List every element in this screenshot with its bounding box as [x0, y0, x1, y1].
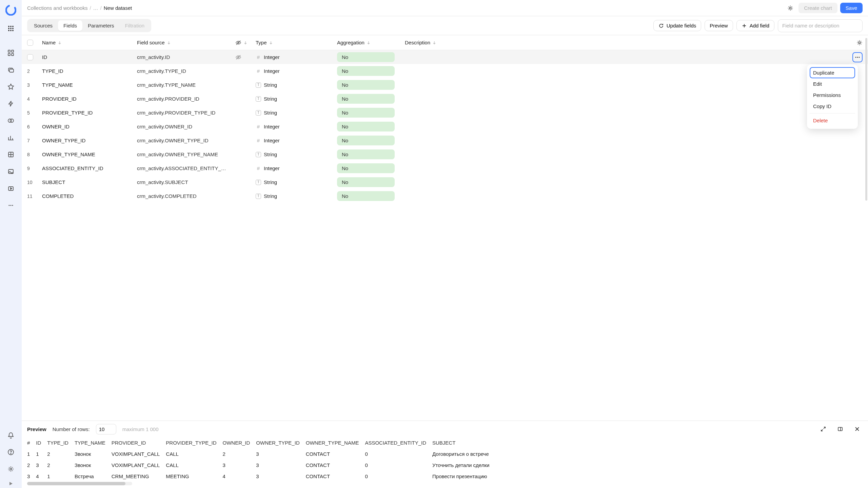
field-type[interactable]: TString: [256, 82, 337, 88]
settings-icon[interactable]: [4, 462, 18, 476]
field-type[interactable]: TString: [256, 193, 337, 199]
svg-point-3: [12, 26, 14, 27]
rings-icon[interactable]: [4, 114, 18, 127]
aggregation-pill[interactable]: No: [337, 66, 395, 76]
dashboard-icon[interactable]: [4, 46, 18, 60]
row-checkbox[interactable]: [27, 54, 33, 60]
field-row[interactable]: 3TYPE_NAMEcrm_activity.TYPE_NAMETStringN…: [22, 78, 868, 92]
col-description[interactable]: Description: [405, 40, 430, 45]
svg-point-4: [8, 28, 9, 29]
aggregation-pill[interactable]: No: [337, 163, 395, 173]
menu-duplicate[interactable]: Duplicate: [810, 67, 855, 78]
menu-edit[interactable]: Edit: [810, 78, 855, 89]
star-icon[interactable]: [4, 80, 18, 94]
aggregation-pill[interactable]: No: [337, 177, 395, 187]
field-row[interactable]: 6OWNER_IDcrm_activity.OWNER_ID#IntegerNo: [22, 120, 868, 134]
field-row[interactable]: 8OWNER_TYPE_NAMEcrm_activity.OWNER_TYPE_…: [22, 147, 868, 161]
preview-col-header: OWNER_TYPE_ID: [256, 437, 305, 448]
field-type[interactable]: TString: [256, 179, 337, 185]
save-button[interactable]: Save: [840, 3, 863, 13]
preview-cell: 2: [47, 460, 75, 471]
logo[interactable]: [5, 4, 17, 16]
col-source[interactable]: Field source: [137, 40, 165, 45]
menu-permissions[interactable]: Permissions: [810, 89, 855, 101]
bolt-icon[interactable]: [4, 97, 18, 110]
field-row[interactable]: 7OWNER_TYPE_IDcrm_activity.OWNER_TYPE_ID…: [22, 134, 868, 147]
field-row[interactable]: 10SUBJECTcrm_activity.SUBJECTTStringNo: [22, 175, 868, 189]
close-icon[interactable]: [852, 424, 863, 434]
eye-off-icon[interactable]: [235, 54, 241, 60]
col-type[interactable]: Type: [256, 40, 267, 45]
field-type[interactable]: #Integer: [256, 54, 337, 60]
breadcrumb-current: New dataset: [104, 5, 132, 11]
aggregation-pill[interactable]: No: [337, 108, 395, 118]
play-icon[interactable]: [0, 479, 22, 488]
more-icon[interactable]: [4, 199, 18, 212]
help-icon[interactable]: [4, 445, 18, 459]
preview-cell: 3: [36, 460, 47, 471]
settings-button[interactable]: [785, 3, 796, 14]
breadcrumb-root[interactable]: Collections and workbooks: [27, 5, 87, 11]
vertical-scrollbar[interactable]: [865, 38, 867, 201]
preview-cell: CONTACT: [306, 471, 365, 482]
aggregation-pill[interactable]: No: [337, 136, 395, 145]
folders-icon[interactable]: [4, 63, 18, 77]
text-icon: T: [256, 152, 261, 157]
image-icon[interactable]: [4, 165, 18, 178]
add-field-button[interactable]: Add field: [736, 20, 774, 31]
row-number: [27, 54, 42, 60]
expand-icon[interactable]: [818, 424, 829, 434]
update-fields-button[interactable]: Update fields: [653, 20, 702, 31]
preview-title: Preview: [27, 426, 46, 432]
field-row[interactable]: 4PROVIDER_IDcrm_activity.PROVIDER_IDTStr…: [22, 92, 868, 106]
field-type[interactable]: #Integer: [256, 138, 337, 143]
preview-button[interactable]: Preview: [705, 20, 733, 31]
aggregation-pill[interactable]: No: [337, 122, 395, 131]
field-row[interactable]: IDcrm_activity.ID#IntegerNo: [22, 50, 868, 64]
select-all-checkbox[interactable]: [27, 40, 33, 46]
aggregation-pill[interactable]: No: [337, 191, 395, 201]
row-number: 9: [27, 166, 42, 171]
field-type[interactable]: TString: [256, 96, 337, 102]
field-name: SUBJECT: [42, 179, 137, 185]
preview-cell: 2: [27, 460, 36, 471]
field-type[interactable]: TString: [256, 110, 337, 116]
preview-table-wrap[interactable]: #IDTYPE_IDTYPE_NAMEPROVIDER_IDPROVIDER_T…: [22, 437, 868, 482]
tab-parameters[interactable]: Parameters: [82, 20, 120, 31]
tab-sources[interactable]: Sources: [28, 20, 58, 31]
menu-delete[interactable]: Delete: [810, 115, 855, 126]
col-name[interactable]: Name: [42, 40, 56, 45]
bell-icon[interactable]: [4, 428, 18, 442]
field-type[interactable]: #Integer: [256, 124, 337, 129]
field-row[interactable]: 11COMPLETEDcrm_activity.COMPLETEDTString…: [22, 189, 868, 203]
aggregation-pill[interactable]: No: [337, 80, 395, 90]
preview-rows-input[interactable]: [96, 424, 116, 434]
search-input[interactable]: [778, 19, 863, 32]
field-type[interactable]: TString: [256, 151, 337, 157]
field-row[interactable]: 9ASSOCIATED_ENTITY_IDcrm_activity.ASSOCI…: [22, 161, 868, 175]
field-row[interactable]: 2TYPE_IDcrm_activity.TYPE_ID#IntegerNo: [22, 64, 868, 78]
folder-play-icon[interactable]: [4, 182, 18, 195]
columns-settings-icon[interactable]: [856, 40, 863, 46]
preview-col-header: #: [27, 437, 36, 448]
row-more-button[interactable]: [852, 52, 863, 62]
svg-point-21: [8, 205, 9, 206]
preview-cell: 1: [27, 448, 36, 460]
side-panel-icon[interactable]: [835, 424, 846, 434]
grid-icon[interactable]: [4, 148, 18, 161]
field-type[interactable]: #Integer: [256, 165, 337, 171]
preview-row: 232ЗвонокVOXIMPLANT_CALLCALL33CONTACT0Ут…: [27, 460, 495, 471]
aggregation-pill[interactable]: No: [337, 94, 395, 104]
field-row[interactable]: 5PROVIDER_TYPE_IDcrm_activity.PROVIDER_T…: [22, 106, 868, 120]
menu-copy-id[interactable]: Copy ID: [810, 101, 855, 112]
aggregation-pill[interactable]: No: [337, 52, 395, 62]
col-aggregation[interactable]: Aggregation: [337, 40, 364, 45]
aggregation-pill[interactable]: No: [337, 149, 395, 159]
apps-icon[interactable]: [4, 22, 18, 35]
chart-icon[interactable]: [4, 131, 18, 144]
breadcrumb-mid[interactable]: …: [93, 5, 98, 11]
preview-scrollbar[interactable]: [22, 482, 868, 488]
tab-fields[interactable]: Fields: [58, 20, 82, 31]
field-type[interactable]: #Integer: [256, 68, 337, 74]
eye-off-icon[interactable]: [235, 40, 241, 46]
